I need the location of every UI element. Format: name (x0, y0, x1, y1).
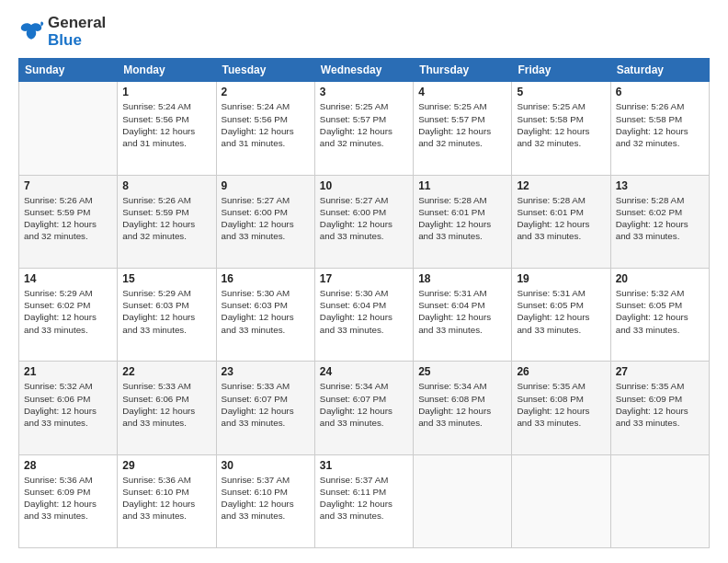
day-info: Sunrise: 5:24 AM Sunset: 5:56 PM Dayligh… (222, 100, 310, 149)
weekday-header-tuesday: Tuesday (216, 59, 314, 82)
page: General Blue SundayMondayTuesdayWednesda… (0, 0, 728, 563)
calendar-cell: 24Sunrise: 5:34 AM Sunset: 6:07 PM Dayli… (314, 362, 413, 454)
calendar-table: SundayMondayTuesdayWednesdayThursdayFrid… (18, 58, 710, 548)
calendar-cell: 30Sunrise: 5:37 AM Sunset: 6:10 PM Dayli… (216, 454, 314, 547)
day-number: 22 (122, 365, 210, 378)
day-number: 19 (517, 272, 605, 285)
calendar-cell: 10Sunrise: 5:27 AM Sunset: 6:00 PM Dayli… (314, 175, 413, 268)
day-info: Sunrise: 5:25 AM Sunset: 5:57 PM Dayligh… (320, 100, 408, 149)
day-number: 1 (122, 86, 210, 98)
calendar-cell: 3Sunrise: 5:25 AM Sunset: 5:57 PM Daylig… (314, 82, 413, 175)
week-row-2: 7Sunrise: 5:26 AM Sunset: 5:59 PM Daylig… (19, 175, 710, 268)
day-info: Sunrise: 5:27 AM Sunset: 6:00 PM Dayligh… (320, 194, 408, 243)
calendar-cell: 18Sunrise: 5:31 AM Sunset: 6:04 PM Dayli… (414, 269, 512, 362)
weekday-header-row: SundayMondayTuesdayWednesdayThursdayFrid… (19, 59, 710, 82)
day-number: 29 (122, 459, 210, 472)
day-info: Sunrise: 5:37 AM Sunset: 6:10 PM Dayligh… (222, 474, 310, 523)
day-number: 18 (418, 272, 506, 285)
day-number: 31 (320, 459, 408, 472)
day-info: Sunrise: 5:28 AM Sunset: 6:01 PM Dayligh… (418, 194, 506, 243)
day-number: 20 (616, 272, 704, 285)
calendar-cell: 7Sunrise: 5:26 AM Sunset: 5:59 PM Daylig… (19, 175, 118, 268)
day-info: Sunrise: 5:25 AM Sunset: 5:57 PM Dayligh… (418, 100, 506, 149)
day-info: Sunrise: 5:36 AM Sunset: 6:09 PM Dayligh… (24, 474, 112, 523)
day-info: Sunrise: 5:31 AM Sunset: 6:05 PM Dayligh… (517, 287, 605, 336)
calendar-cell: 22Sunrise: 5:33 AM Sunset: 6:06 PM Dayli… (118, 362, 216, 454)
day-number: 17 (320, 272, 408, 285)
calendar-cell: 17Sunrise: 5:30 AM Sunset: 6:04 PM Dayli… (314, 269, 413, 362)
day-number: 13 (616, 179, 704, 192)
calendar-cell (512, 454, 610, 547)
calendar-cell: 5Sunrise: 5:25 AM Sunset: 5:58 PM Daylig… (512, 82, 610, 175)
calendar-cell: 21Sunrise: 5:32 AM Sunset: 6:06 PM Dayli… (19, 362, 118, 454)
day-info: Sunrise: 5:26 AM Sunset: 5:59 PM Dayligh… (24, 194, 112, 243)
calendar-cell: 12Sunrise: 5:28 AM Sunset: 6:01 PM Dayli… (512, 175, 610, 268)
calendar-cell (414, 454, 512, 547)
day-number: 25 (418, 365, 506, 378)
day-info: Sunrise: 5:33 AM Sunset: 6:07 PM Dayligh… (222, 380, 310, 429)
week-row-3: 14Sunrise: 5:29 AM Sunset: 6:02 PM Dayli… (19, 269, 710, 362)
day-number: 15 (122, 272, 210, 285)
day-info: Sunrise: 5:32 AM Sunset: 6:06 PM Dayligh… (24, 380, 112, 429)
day-number: 28 (24, 459, 112, 472)
calendar-cell: 9Sunrise: 5:27 AM Sunset: 6:00 PM Daylig… (216, 175, 314, 268)
day-info: Sunrise: 5:28 AM Sunset: 6:02 PM Dayligh… (616, 194, 704, 243)
calendar-cell: 25Sunrise: 5:34 AM Sunset: 6:08 PM Dayli… (414, 362, 512, 454)
day-number: 10 (320, 179, 408, 192)
day-number: 11 (418, 179, 506, 192)
logo-bird-icon (18, 19, 44, 45)
weekday-header-sunday: Sunday (19, 59, 118, 82)
day-number: 24 (320, 365, 408, 378)
calendar-cell: 28Sunrise: 5:36 AM Sunset: 6:09 PM Dayli… (19, 454, 118, 547)
calendar-cell: 31Sunrise: 5:37 AM Sunset: 6:11 PM Dayli… (314, 454, 413, 547)
day-info: Sunrise: 5:32 AM Sunset: 6:05 PM Dayligh… (616, 287, 704, 336)
day-number: 21 (24, 365, 112, 378)
day-info: Sunrise: 5:34 AM Sunset: 6:08 PM Dayligh… (418, 380, 506, 429)
day-info: Sunrise: 5:29 AM Sunset: 6:02 PM Dayligh… (24, 287, 112, 336)
calendar-cell: 19Sunrise: 5:31 AM Sunset: 6:05 PM Dayli… (512, 269, 610, 362)
logo: General Blue (18, 15, 106, 49)
day-info: Sunrise: 5:26 AM Sunset: 5:58 PM Dayligh… (616, 100, 704, 149)
calendar-cell (19, 82, 118, 175)
weekday-header-thursday: Thursday (414, 59, 512, 82)
day-number: 2 (222, 86, 310, 98)
weekday-header-wednesday: Wednesday (314, 59, 413, 82)
calendar-cell: 15Sunrise: 5:29 AM Sunset: 6:03 PM Dayli… (118, 269, 216, 362)
day-number: 30 (222, 459, 310, 472)
calendar-cell: 1Sunrise: 5:24 AM Sunset: 5:56 PM Daylig… (118, 82, 216, 175)
day-number: 14 (24, 272, 112, 285)
day-info: Sunrise: 5:28 AM Sunset: 6:01 PM Dayligh… (517, 194, 605, 243)
calendar-cell: 23Sunrise: 5:33 AM Sunset: 6:07 PM Dayli… (216, 362, 314, 454)
day-info: Sunrise: 5:36 AM Sunset: 6:10 PM Dayligh… (122, 474, 210, 523)
calendar-cell: 11Sunrise: 5:28 AM Sunset: 6:01 PM Dayli… (414, 175, 512, 268)
logo-general: General (48, 15, 106, 32)
calendar-cell: 4Sunrise: 5:25 AM Sunset: 5:57 PM Daylig… (414, 82, 512, 175)
day-number: 27 (616, 365, 704, 378)
day-info: Sunrise: 5:35 AM Sunset: 6:08 PM Dayligh… (517, 380, 605, 429)
day-number: 9 (222, 179, 310, 192)
calendar-cell: 16Sunrise: 5:30 AM Sunset: 6:03 PM Dayli… (216, 269, 314, 362)
day-number: 8 (122, 179, 210, 192)
day-info: Sunrise: 5:30 AM Sunset: 6:04 PM Dayligh… (320, 287, 408, 336)
day-info: Sunrise: 5:31 AM Sunset: 6:04 PM Dayligh… (418, 287, 506, 336)
day-number: 6 (616, 86, 704, 98)
day-number: 26 (517, 365, 605, 378)
weekday-header-saturday: Saturday (610, 59, 709, 82)
day-number: 12 (517, 179, 605, 192)
weekday-header-friday: Friday (512, 59, 610, 82)
weekday-header-monday: Monday (118, 59, 216, 82)
day-info: Sunrise: 5:37 AM Sunset: 6:11 PM Dayligh… (320, 474, 408, 523)
logo-blue: Blue (48, 32, 106, 50)
calendar-cell: 14Sunrise: 5:29 AM Sunset: 6:02 PM Dayli… (19, 269, 118, 362)
day-number: 3 (320, 86, 408, 98)
day-info: Sunrise: 5:34 AM Sunset: 6:07 PM Dayligh… (320, 380, 408, 429)
calendar-cell: 2Sunrise: 5:24 AM Sunset: 5:56 PM Daylig… (216, 82, 314, 175)
day-info: Sunrise: 5:33 AM Sunset: 6:06 PM Dayligh… (122, 380, 210, 429)
calendar-cell: 27Sunrise: 5:35 AM Sunset: 6:09 PM Dayli… (610, 362, 709, 454)
week-row-5: 28Sunrise: 5:36 AM Sunset: 6:09 PM Dayli… (19, 454, 710, 547)
calendar-cell: 26Sunrise: 5:35 AM Sunset: 6:08 PM Dayli… (512, 362, 610, 454)
calendar-cell: 20Sunrise: 5:32 AM Sunset: 6:05 PM Dayli… (610, 269, 709, 362)
day-info: Sunrise: 5:26 AM Sunset: 5:59 PM Dayligh… (122, 194, 210, 243)
calendar-cell: 13Sunrise: 5:28 AM Sunset: 6:02 PM Dayli… (610, 175, 709, 268)
calendar-cell (610, 454, 709, 547)
